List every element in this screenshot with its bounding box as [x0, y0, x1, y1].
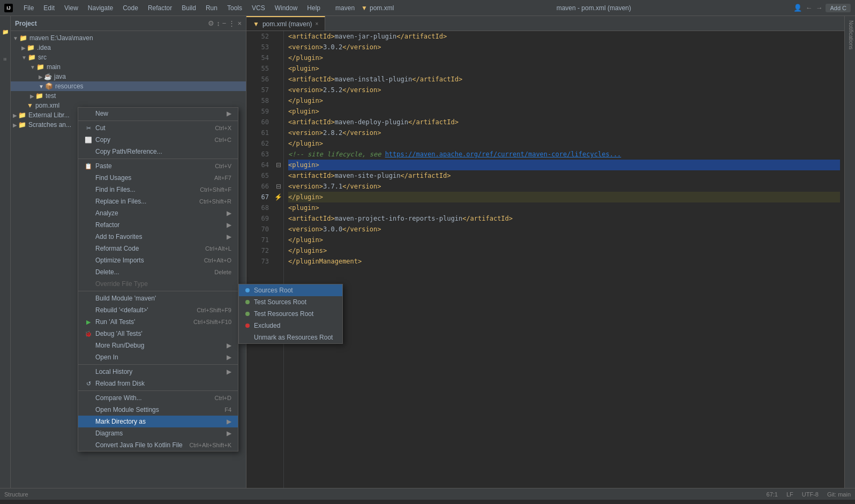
excluded-dot — [245, 324, 250, 328]
menu-navigate[interactable]: Navigate — [84, 3, 117, 13]
menu-window[interactable]: Window — [271, 3, 302, 13]
collapse-icon[interactable]: − — [222, 19, 227, 27]
submenu-test-resources-label: Test Resources Root — [254, 310, 313, 318]
menu-tools[interactable]: Tools — [223, 3, 246, 13]
ctx-add-favorites-label: Add to Favorites — [95, 233, 142, 240]
code-line-59: <plugin> — [288, 106, 840, 117]
ctx-find-in-files[interactable]: Find in Files... Ctrl+Shift+F — [78, 184, 238, 195]
ctx-diagrams[interactable]: Diagrams ▶ — [78, 427, 238, 439]
status-bar: Structure 67:1 LF UTF-8 Git: main — [0, 488, 855, 500]
ctx-reload-from-disk[interactable]: ↺ Reload from Disk — [78, 378, 238, 389]
ctx-favorites-arrow: ▶ — [227, 233, 231, 240]
notifications-label[interactable]: Notifications — [845, 16, 855, 54]
ctx-paste[interactable]: 📋 Paste Ctrl+V — [78, 160, 238, 172]
ctx-rebuild-label: Rebuild '<default>' — [95, 306, 148, 314]
settings-icon[interactable]: ⚙ — [208, 19, 214, 27]
project-name: maven — [335, 4, 355, 12]
menu-build[interactable]: Build — [177, 3, 200, 13]
ctx-module-settings[interactable]: Open Module Settings F4 — [78, 404, 238, 416]
ctx-kotlin-shortcut: Ctrl+Alt+Shift+K — [189, 442, 231, 448]
ctx-build-module[interactable]: Build Module 'maven' — [78, 292, 238, 304]
ctx-rebuild[interactable]: Rebuild '<default>' Ctrl+Shift+F9 — [78, 304, 238, 316]
ctx-analyze-arrow: ▶ — [227, 209, 231, 217]
ctx-copy-path[interactable]: Copy Path/Reference... — [78, 146, 238, 157]
ctx-reformat[interactable]: Reformat Code Ctrl+Alt+L — [78, 243, 238, 254]
submenu-test-sources-root[interactable]: Test Sources Root — [239, 296, 342, 308]
tab-close-button[interactable]: × — [316, 21, 319, 27]
ctx-delete[interactable]: Delete... Delete — [78, 266, 238, 278]
ctx-find-usages[interactable]: Find Usages Alt+F7 — [78, 172, 238, 184]
compare-icon — [85, 394, 92, 402]
ln-60: 60 — [251, 117, 269, 127]
ctx-convert-kotlin[interactable]: Convert Java File to Kotlin File Ctrl+Al… — [78, 439, 238, 451]
menu-file[interactable]: File — [19, 3, 38, 13]
tree-item-resources[interactable]: ▼ 📦 resources — [11, 81, 246, 91]
menu-refactor[interactable]: Refactor — [144, 3, 176, 13]
structure-icon[interactable]: ≡ — [1, 46, 10, 73]
ln-71: 71 — [251, 235, 269, 245]
ctx-refactor[interactable]: Refactor ▶ — [78, 219, 238, 231]
add-c-button[interactable]: Add C — [826, 4, 851, 12]
expand-icon[interactable]: ↕ — [216, 19, 220, 27]
options-icon[interactable]: ⋮ — [228, 19, 235, 27]
analyze-icon — [85, 209, 92, 217]
ctx-analyze[interactable]: Analyze ▶ — [78, 207, 238, 219]
submenu-sources-root[interactable]: Sources Root — [239, 284, 342, 296]
submenu-test-resources-root[interactable]: Test Resources Root — [239, 308, 342, 320]
ln-57: 57 — [251, 85, 269, 95]
ctx-delete-shortcut: Delete — [214, 269, 231, 275]
ctx-cut[interactable]: ✂ Cut Ctrl+X — [78, 122, 238, 134]
menu-run[interactable]: Run — [201, 3, 222, 13]
code-line-55: <plugin> — [288, 63, 840, 74]
close-panel-icon[interactable]: × — [237, 19, 242, 27]
tree-item-maven[interactable]: ▼ 📁 maven E:\Java\maven — [11, 33, 246, 43]
ctx-debug-tests[interactable]: 🐞 Debug 'All Tests' — [78, 328, 238, 340]
refactor-icon — [85, 221, 92, 229]
menu-edit[interactable]: Edit — [39, 3, 59, 13]
tree-item-main[interactable]: ▼ 📁 main — [11, 62, 246, 72]
ctx-replace-shortcut: Ctrl+Shift+R — [199, 198, 231, 205]
ctx-paste-label: Paste — [95, 162, 112, 170]
menu-help[interactable]: Help — [303, 3, 325, 13]
project-panel-icon[interactable]: 📁 — [1, 18, 10, 45]
paste-icon: 📋 — [85, 162, 92, 170]
ctx-mark-directory-as[interactable]: Mark Directory as ▶ — [78, 416, 238, 427]
ctx-build-label: Build Module 'maven' — [95, 295, 156, 302]
submenu-excluded[interactable]: Excluded — [239, 320, 342, 332]
tree-item-idea[interactable]: ▶ 📁 .idea — [11, 43, 246, 52]
menu-code[interactable]: Code — [118, 3, 142, 13]
ctx-copy[interactable]: ⬜ Copy Ctrl+C — [78, 134, 238, 146]
ln-66: 66 — [251, 181, 269, 192]
ctx-open-in[interactable]: Open In ▶ — [78, 351, 238, 363]
tree-item-java[interactable]: ▶ ☕ java — [11, 72, 246, 81]
tree-item-test[interactable]: ▶ 📁 test — [11, 91, 246, 101]
ctx-more-run-label: More Run/Debug — [95, 342, 144, 349]
editor-gutter: ⊟ ⊟ ⚡ — [273, 31, 284, 488]
code-area[interactable]: <artifactId>maven-jar-plugin</artifactId… — [284, 31, 844, 488]
ctx-new[interactable]: New ▶ — [78, 108, 238, 119]
ctx-copy-path-label: Copy Path/Reference... — [95, 148, 162, 155]
tree-item-src[interactable]: ▼ 📁 src — [11, 52, 246, 62]
ctx-more-run-debug[interactable]: More Run/Debug ▶ — [78, 340, 238, 351]
code-line-61: <version>2.8.2</version> — [288, 127, 840, 138]
submenu-test-sources-label: Test Sources Root — [254, 298, 306, 306]
tab-pom-label: pom.xml (maven) — [262, 20, 312, 28]
menu-view[interactable]: View — [60, 3, 82, 13]
ctx-run-tests[interactable]: ▶ Run 'All Tests' Ctrl+Shift+F10 — [78, 316, 238, 328]
status-git: Git: main — [827, 491, 851, 498]
menu-vcs[interactable]: VCS — [248, 3, 269, 13]
ctx-optimize-imports[interactable]: Optimize Imports Ctrl+Alt+O — [78, 254, 238, 266]
submenu-unmark-resources-root[interactable]: Unmark as Resources Root — [239, 332, 342, 343]
ctx-replace-in-files[interactable]: Replace in Files... Ctrl+Shift+R — [78, 195, 238, 207]
ctx-add-to-favorites[interactable]: Add to Favorites ▶ — [78, 231, 238, 243]
tree-label-test: test — [46, 92, 56, 100]
ctx-local-history[interactable]: Local History ▶ — [78, 366, 238, 378]
editor-tabs: ▼ pom.xml (maven) × — [246, 16, 844, 31]
status-structure: Structure — [4, 491, 28, 498]
tree-label-java: java — [54, 73, 66, 80]
reformat-icon — [85, 245, 92, 252]
code-line-70: <version>3.0.0</version> — [288, 224, 840, 235]
tab-pomxml[interactable]: ▼ pom.xml (maven) × — [246, 16, 325, 31]
code-line-58: </plugin> — [288, 95, 840, 106]
ctx-compare-with[interactable]: Compare With... Ctrl+D — [78, 392, 238, 404]
